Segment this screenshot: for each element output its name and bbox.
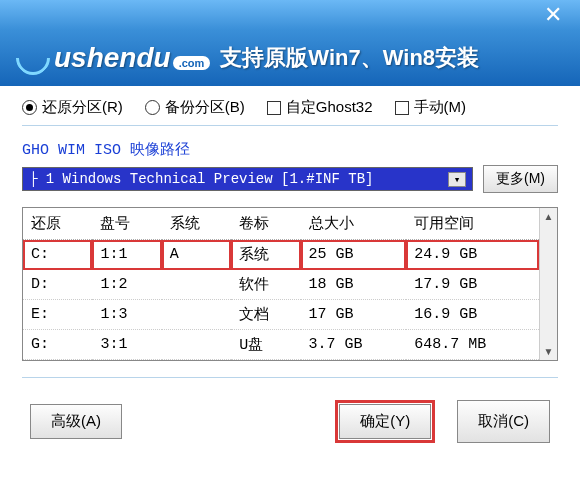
cell-free: 648.7 MB: [406, 330, 539, 360]
col-total[interactable]: 总大小: [301, 208, 407, 240]
cell-num: 1:2: [92, 270, 161, 300]
mode-row: 还原分区(R) 备份分区(B) 自定Ghost32 手动(M): [22, 98, 558, 117]
checkbox-icon: [267, 101, 281, 115]
image-path-value: ├ 1 Windows Technical Preview [1.#INF TB…: [29, 171, 373, 187]
radio-backup-label: 备份分区(B): [165, 98, 245, 117]
scrollbar[interactable]: ▲ ▼: [539, 208, 557, 360]
radio-on-icon: [22, 100, 37, 115]
cell-drive: C:: [23, 240, 92, 270]
col-free[interactable]: 可用空间: [406, 208, 539, 240]
image-path-select[interactable]: ├ 1 Windows Technical Preview [1.#INF TB…: [22, 167, 473, 191]
cell-free: 17.9 GB: [406, 270, 539, 300]
cell-label: U盘: [231, 330, 300, 360]
radio-restore[interactable]: 还原分区(R): [22, 98, 123, 117]
logo-text: ushendu.com: [54, 42, 210, 74]
cell-free: 24.9 GB: [406, 240, 539, 270]
col-system[interactable]: 系统: [162, 208, 231, 240]
path-label: GHO WIM ISO 映像路径: [22, 140, 558, 159]
banner-slogan: 支持原版Win7、Win8安装: [220, 43, 479, 73]
cell-label: 系统: [231, 240, 300, 270]
footer: 高级(A) 确定(Y) 取消(C): [0, 384, 580, 443]
cell-drive: E:: [23, 300, 92, 330]
cell-total: 25 GB: [301, 240, 407, 270]
cell-sys: [162, 270, 231, 300]
cell-sys: [162, 300, 231, 330]
cell-free: 16.9 GB: [406, 300, 539, 330]
check-manual-label: 手动(M): [414, 98, 467, 117]
scroll-up-icon[interactable]: ▲: [544, 208, 554, 225]
check-manual[interactable]: 手动(M): [395, 98, 467, 117]
cell-drive: D:: [23, 270, 92, 300]
table-row[interactable]: E:1:3文档17 GB16.9 GB: [23, 300, 539, 330]
cell-sys: [162, 330, 231, 360]
col-restore[interactable]: 还原: [23, 208, 92, 240]
cell-drive: G:: [23, 330, 92, 360]
banner: ushendu.com 支持原版Win7、Win8安装: [0, 30, 580, 86]
col-disknum[interactable]: 盘号: [92, 208, 161, 240]
checkbox-icon: [395, 101, 409, 115]
ok-button-highlight: 确定(Y): [335, 400, 435, 443]
logo-swirl-icon: [9, 34, 57, 82]
radio-restore-label: 还原分区(R): [42, 98, 123, 117]
cell-num: 1:1: [92, 240, 161, 270]
cell-label: 软件: [231, 270, 300, 300]
table-row[interactable]: C:1:1A系统25 GB24.9 GB: [23, 240, 539, 270]
divider: [22, 377, 558, 378]
table-header-row: 还原 盘号 系统 卷标 总大小 可用空间: [23, 208, 539, 240]
cell-sys: A: [162, 240, 231, 270]
ok-button[interactable]: 确定(Y): [339, 404, 431, 439]
cell-label: 文档: [231, 300, 300, 330]
table-row[interactable]: G:3:1U盘3.7 GB648.7 MB: [23, 330, 539, 360]
cell-total: 18 GB: [301, 270, 407, 300]
table-row[interactable]: D:1:2软件18 GB17.9 GB: [23, 270, 539, 300]
cell-total: 3.7 GB: [301, 330, 407, 360]
more-button[interactable]: 更多(M): [483, 165, 558, 193]
cancel-button[interactable]: 取消(C): [457, 400, 550, 443]
chevron-down-icon[interactable]: ▾: [448, 172, 466, 187]
col-label[interactable]: 卷标: [231, 208, 300, 240]
cell-num: 1:3: [92, 300, 161, 330]
radio-backup[interactable]: 备份分区(B): [145, 98, 245, 117]
radio-off-icon: [145, 100, 160, 115]
title-bar: ✕: [0, 0, 580, 30]
advanced-button[interactable]: 高级(A): [30, 404, 122, 439]
divider: [22, 125, 558, 126]
close-icon[interactable]: ✕: [538, 2, 568, 28]
check-ghost[interactable]: 自定Ghost32: [267, 98, 373, 117]
scroll-down-icon[interactable]: ▼: [544, 343, 554, 360]
cell-total: 17 GB: [301, 300, 407, 330]
logo: ushendu.com: [16, 41, 210, 75]
check-ghost-label: 自定Ghost32: [286, 98, 373, 117]
cell-num: 3:1: [92, 330, 161, 360]
partition-table: 还原 盘号 系统 卷标 总大小 可用空间 C:1:1A系统25 GB24.9 G…: [22, 207, 558, 361]
